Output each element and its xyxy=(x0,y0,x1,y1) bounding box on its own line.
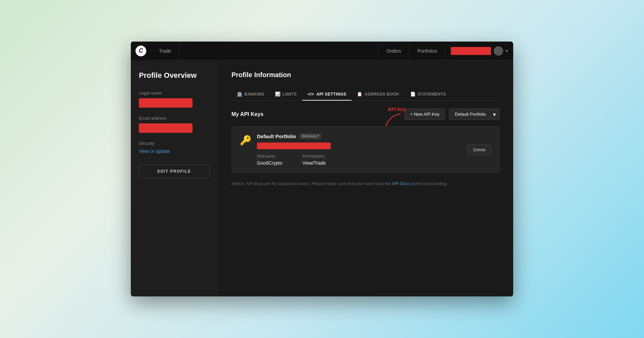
key-permissions-item: Permissions: View/Trade xyxy=(302,154,326,166)
nav-orders[interactable]: Orders xyxy=(378,42,409,60)
key-default-badge: DEFAULT xyxy=(300,133,322,139)
portfolio-select-wrapper: Default Portfolio Portfolio 2 Portfolio … xyxy=(449,109,500,120)
notice-text: Notice: API keys are for advanced users.… xyxy=(231,181,500,186)
key-value-redacted xyxy=(257,143,331,149)
limits-icon: 📊 xyxy=(275,92,281,97)
key-details: Default Portfolio DEFAULT Nickname: Good… xyxy=(257,133,462,166)
tabs-bar: 🏦 BANKING 📊 LIMITS </> API SETTINGS 📋 AD… xyxy=(231,88,500,101)
tab-statements[interactable]: 📄 STATEMENTS xyxy=(405,88,451,101)
api-key-card: 🔑 Default Portfolio DEFAULT Nickname: Go… xyxy=(231,126,500,173)
security-link[interactable]: View or update xyxy=(139,149,210,154)
annotation-container: API key 🔑 Defau xyxy=(231,126,500,173)
nav-logo: C xyxy=(131,42,151,60)
notice-prefix: Notice: API keys are for advanced users.… xyxy=(231,181,392,186)
permissions-label: Permissions: xyxy=(302,154,326,159)
nav-trade[interactable]: Trade xyxy=(151,42,179,60)
nav-username-redacted xyxy=(451,47,491,55)
tab-banking-label: BANKING xyxy=(245,92,265,97)
legal-name-value-redacted xyxy=(139,98,193,108)
avatar xyxy=(494,46,503,56)
api-keys-title: My API Keys xyxy=(231,111,263,117)
legal-name-label: Legal name xyxy=(139,91,210,96)
key-portfolio-name: Default Portfolio xyxy=(257,133,296,139)
tab-limits[interactable]: 📊 LIMITS xyxy=(270,88,302,101)
key-icon: 🔑 xyxy=(240,135,252,146)
chevron-down-icon: ▾ xyxy=(506,49,508,53)
browser-window: C Trade Orders Portfolios ▾ Profile Over… xyxy=(131,42,513,296)
tab-address-book[interactable]: 📋 ADDRESS BOOK xyxy=(352,88,405,101)
sidebar: Profile Overview Legal name Email addres… xyxy=(131,60,218,296)
api-keys-actions: + New API Key Default Portfolio Portfoli… xyxy=(405,109,500,120)
email-value-redacted xyxy=(139,123,193,133)
delete-button[interactable]: Delete xyxy=(467,144,491,155)
nav-portfolios[interactable]: Portfolios xyxy=(409,42,445,60)
banking-icon: 🏦 xyxy=(237,92,243,97)
notice-suffix: before proceeding. xyxy=(411,181,447,186)
tab-address-book-label: ADDRESS BOOK xyxy=(365,92,399,97)
tab-api-settings-label: API SETTINGS xyxy=(316,92,346,97)
key-nickname-item: Nickname: GoodCrypto xyxy=(257,154,282,166)
tab-banking[interactable]: 🏦 BANKING xyxy=(231,88,270,101)
nav-right: Orders Portfolios ▾ xyxy=(378,42,513,60)
email-label: Email address xyxy=(139,116,210,121)
key-name-row: Default Portfolio DEFAULT xyxy=(257,133,462,139)
profile-panel: Profile Information 🏦 BANKING 📊 LIMITS <… xyxy=(218,60,513,296)
api-settings-icon: </> xyxy=(308,92,314,97)
nickname-label: Nickname: xyxy=(257,154,282,159)
api-keys-header: My API Keys + New API Key Default Portfo… xyxy=(231,109,500,120)
profile-info-title: Profile Information xyxy=(231,71,500,79)
permissions-value: View/Trade xyxy=(302,160,326,166)
top-nav: C Trade Orders Portfolios ▾ xyxy=(131,42,513,60)
tab-statements-label: STATEMENTS xyxy=(418,92,446,97)
nav-user-button[interactable]: ▾ xyxy=(445,42,513,60)
portfolio-select[interactable]: Default Portfolio Portfolio 2 Portfolio … xyxy=(449,109,500,120)
statements-icon: 📄 xyxy=(410,92,416,97)
nickname-value: GoodCrypto xyxy=(257,160,282,166)
address-book-icon: 📋 xyxy=(357,92,363,97)
tab-api-settings[interactable]: </> API SETTINGS xyxy=(302,88,352,101)
sidebar-title: Profile Overview xyxy=(139,71,210,80)
new-api-key-button[interactable]: + New API Key xyxy=(405,109,445,120)
logo-icon: C xyxy=(136,46,146,56)
key-meta: Nickname: GoodCrypto Permissions: View/T… xyxy=(257,154,462,166)
edit-profile-button[interactable]: EDIT PROFILE xyxy=(139,165,210,178)
tab-limits-label: LIMITS xyxy=(283,92,297,97)
api-docs-link[interactable]: API Docs xyxy=(392,181,410,186)
security-label: Security xyxy=(139,141,210,146)
main-content: Profile Overview Legal name Email addres… xyxy=(131,60,513,296)
